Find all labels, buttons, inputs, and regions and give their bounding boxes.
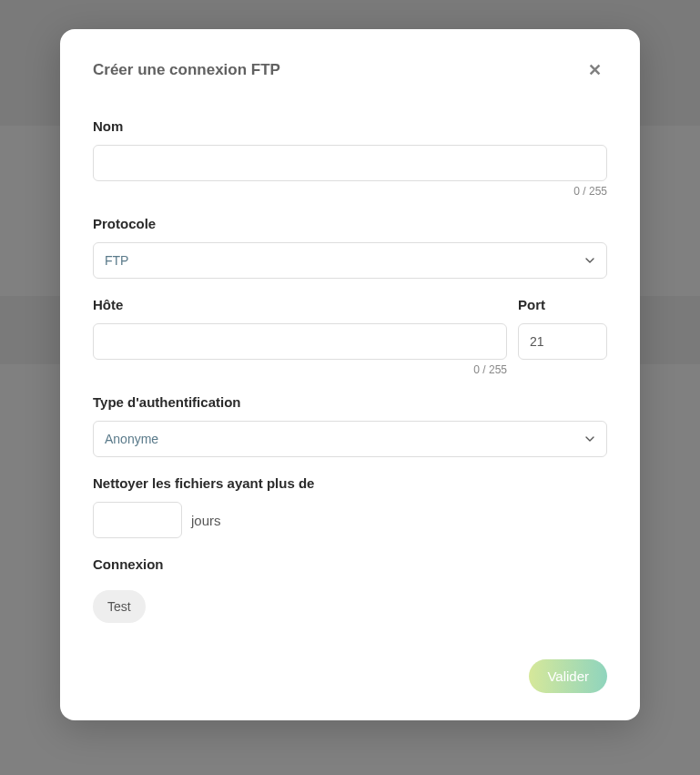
modal-title: Créer une connexion FTP [93, 61, 280, 79]
days-unit-label: jours [191, 513, 221, 528]
test-button[interactable]: Test [93, 590, 146, 623]
port-field-group: Port [518, 297, 607, 376]
ftp-connection-modal: Créer une connexion FTP ✕ Nom 0 / 255 Pr… [60, 29, 640, 720]
days-input[interactable] [93, 502, 182, 538]
clean-files-field-group: Nettoyer les fichiers ayant plus de jour… [93, 475, 607, 538]
validate-button[interactable]: Valider [529, 659, 607, 693]
protocol-field-group: Protocole FTP [93, 216, 607, 279]
name-label: Nom [93, 118, 607, 134]
close-button[interactable]: ✕ [583, 56, 607, 84]
auth-type-field-group: Type d'authentification Anonyme [93, 394, 607, 457]
auth-type-select[interactable]: Anonyme [93, 421, 607, 457]
modal-footer: Valider [93, 659, 607, 693]
name-char-count: 0 / 255 [93, 185, 607, 198]
host-port-row: Hôte 0 / 255 Port [93, 297, 607, 394]
host-input[interactable] [93, 323, 507, 360]
port-label: Port [518, 297, 607, 312]
auth-type-label: Type d'authentification [93, 394, 607, 410]
protocol-select[interactable]: FTP [93, 242, 607, 279]
host-label: Hôte [93, 297, 507, 312]
days-row: jours [93, 502, 607, 538]
modal-header: Créer une connexion FTP ✕ [93, 56, 607, 84]
host-char-count: 0 / 255 [93, 363, 507, 376]
name-field-group: Nom 0 / 255 [93, 118, 607, 198]
port-input[interactable] [518, 323, 607, 360]
clean-files-label: Nettoyer les fichiers ayant plus de [93, 475, 607, 491]
connection-label: Connexion [93, 556, 607, 572]
protocol-label: Protocole [93, 216, 607, 231]
host-field-group: Hôte 0 / 255 [93, 297, 507, 376]
name-input[interactable] [93, 145, 607, 181]
close-icon: ✕ [588, 61, 602, 79]
connection-field-group: Connexion Test [93, 556, 607, 623]
